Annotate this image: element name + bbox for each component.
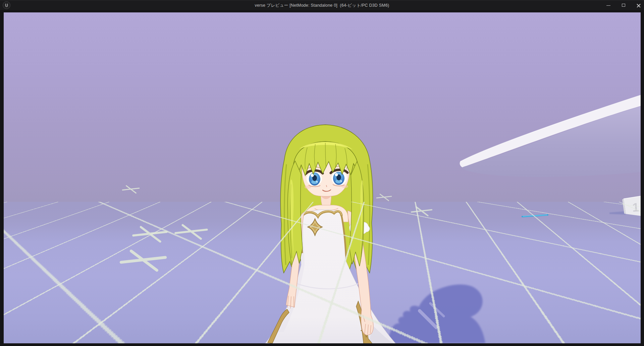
minimize-icon [606, 5, 610, 6]
maximize-button[interactable] [620, 2, 627, 9]
app-window: verse プレビュー [NetMode: Standalone 0] (64-… [0, 0, 644, 346]
white-cube: 1 [609, 196, 641, 216]
scene-overlay: 1 [4, 12, 641, 343]
grid-cross-markers [121, 186, 432, 270]
character [265, 125, 396, 343]
cube-label: 1 [632, 200, 639, 214]
minimize-button[interactable] [605, 2, 612, 9]
maximize-icon [622, 4, 625, 7]
cyan-line-actor [522, 215, 548, 217]
close-button[interactable] [635, 2, 642, 9]
title-bar[interactable]: verse プレビュー [NetMode: Standalone 0] (64-… [0, 0, 644, 10]
white-disc-platform [460, 95, 641, 177]
game-viewport[interactable]: 1 [4, 12, 641, 343]
window-title: verse プレビュー [NetMode: Standalone 0] (64-… [0, 0, 644, 10]
character-shadow [386, 284, 485, 343]
